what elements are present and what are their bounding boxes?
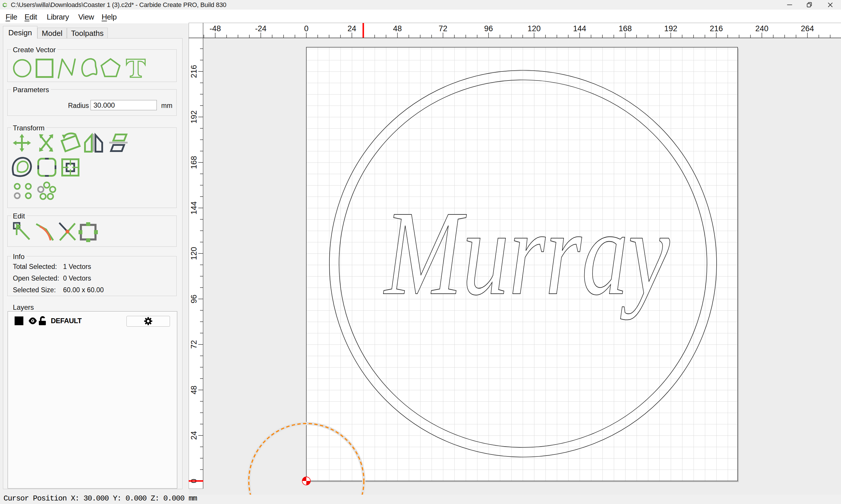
svg-text:Murray: Murray: [383, 186, 671, 320]
svg-text:264: 264: [801, 24, 814, 33]
svg-text:96: 96: [484, 24, 493, 33]
svg-text:168: 168: [190, 156, 198, 169]
svg-text:96: 96: [190, 294, 198, 303]
svg-text:-24: -24: [255, 24, 266, 33]
svg-text:24: 24: [347, 24, 356, 33]
svg-text:240: 240: [755, 24, 768, 33]
svg-text:-48: -48: [209, 24, 221, 33]
svg-text:144: 144: [573, 24, 586, 33]
svg-text:48: 48: [393, 24, 402, 33]
svg-text:24: 24: [190, 431, 198, 440]
svg-text:144: 144: [190, 201, 198, 214]
svg-text:192: 192: [190, 110, 198, 123]
svg-text:72: 72: [190, 340, 198, 349]
svg-text:48: 48: [190, 385, 198, 394]
svg-text:0: 0: [304, 24, 308, 33]
svg-text:192: 192: [664, 24, 677, 33]
svg-text:120: 120: [527, 24, 540, 33]
svg-text:72: 72: [439, 24, 447, 33]
svg-text:216: 216: [709, 24, 723, 33]
svg-text:168: 168: [618, 24, 632, 33]
svg-text:120: 120: [190, 247, 198, 260]
svg-text:216: 216: [190, 65, 198, 78]
